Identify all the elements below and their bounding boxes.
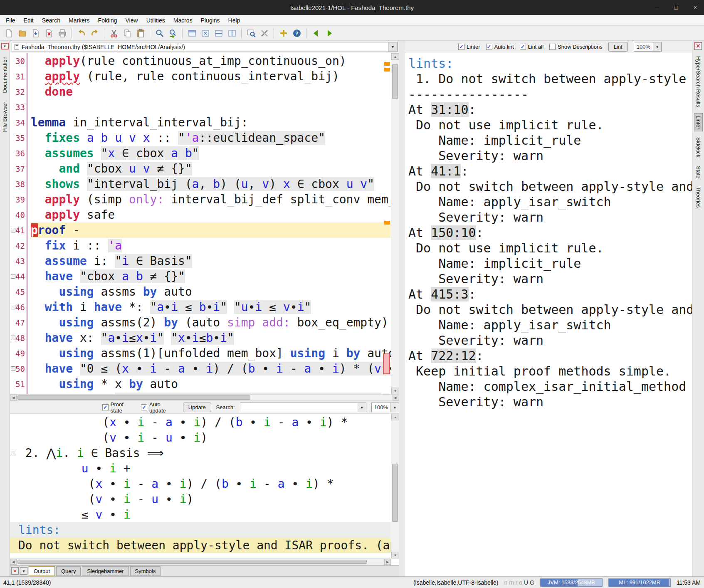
lint-results[interactable]: lints: 1. Do not switch between apply-st… [405, 53, 692, 576]
dockable-close-icon[interactable] [11, 567, 19, 575]
code-line-35[interactable]: fixes a b u v x :: "'a::euclidean_space" [31, 130, 391, 146]
gutter-line-38[interactable]: 38 [10, 176, 27, 192]
output-zoom-combo[interactable]: 100% [371, 403, 399, 412]
tab-query[interactable]: Query [56, 566, 81, 576]
utilities-icon[interactable] [259, 27, 270, 39]
output-hscrollbar[interactable] [10, 558, 391, 565]
unsplit-icon[interactable] [200, 27, 211, 39]
output-search-combo[interactable] [240, 403, 366, 412]
gutter-line-41[interactable]: 41 [10, 222, 27, 238]
new-file-icon[interactable] [3, 27, 15, 39]
split-vertical-icon[interactable] [226, 27, 237, 39]
code-line-36[interactable]: assumes "x ∈ cbox a b" [31, 146, 391, 161]
fold-marker-icon[interactable] [12, 451, 16, 455]
menu-utilities[interactable]: Utilities [142, 16, 169, 25]
buffer-dropdown-icon[interactable] [388, 42, 398, 52]
output-vscroll-thumb[interactable] [392, 464, 398, 522]
auto-lint-checkbox[interactable]: ✓Auto lint [486, 44, 514, 50]
menu-help[interactable]: Help [224, 16, 245, 25]
lint-button[interactable]: Lint [608, 42, 628, 52]
gutter-line-37[interactable]: 37 [10, 161, 27, 176]
menu-folding[interactable]: Folding [94, 16, 121, 25]
editor-code[interactable]: apply(rule continuous_at_imp_continuous_… [27, 53, 391, 394]
dock-tab-theories[interactable]: Theories [694, 185, 702, 210]
nav-back-icon[interactable] [310, 27, 321, 39]
plugin-manager-icon[interactable] [278, 27, 289, 39]
code-line-50[interactable]: have "0 ≤ (x ∙ i - a ∙ i) / (b ∙ i - a ∙… [31, 361, 391, 376]
proof-state-checkbox[interactable]: ✓ Proof state [102, 401, 136, 414]
gutter-line-31[interactable]: 31 [10, 69, 27, 84]
scroll-down-icon[interactable] [391, 388, 399, 394]
menu-file[interactable]: File [2, 16, 20, 25]
code-line-39[interactable]: apply (simp only: interval_bij_def split… [31, 192, 391, 207]
code-line-30[interactable]: apply(rule continuous_at_imp_continuous_… [31, 53, 391, 69]
code-line-48[interactable]: have x: "a∙i≤x∙i" "x∙i≤b∙i" [31, 330, 391, 346]
editor-gutter[interactable]: 3031323334353637383940414243444546474849… [10, 53, 27, 394]
editor-vscroll-thumb[interactable] [392, 64, 398, 99]
jvm-memory-indicator[interactable]: JVM: 1533/2548MB [540, 578, 603, 587]
nav-forward-icon[interactable] [324, 27, 335, 39]
minimize-icon[interactable] [652, 4, 662, 11]
tab-sledgehammer[interactable]: Sledgehammer [82, 566, 128, 576]
split-horizontal-icon[interactable] [213, 27, 224, 39]
code-line-40[interactable]: apply safe [31, 207, 391, 222]
menu-markers[interactable]: Markers [64, 16, 94, 25]
scroll-up-icon[interactable] [391, 53, 399, 60]
gutter-line-48[interactable]: 48 [10, 330, 27, 346]
buffer-selector[interactable]: Fashoda_Theorem.thy ($ISABELLE_HOME/src/… [12, 42, 388, 52]
open-file-icon[interactable] [17, 27, 28, 39]
overview-warning-mark[interactable] [384, 62, 390, 66]
gutter-line-39[interactable]: 39 [10, 192, 27, 207]
gutter-line-35[interactable]: 35 [10, 130, 27, 146]
code-line-45[interactable]: using assms by auto [31, 284, 391, 299]
linter-close-icon[interactable] [694, 42, 702, 50]
menu-plugins[interactable]: Plugins [197, 16, 224, 25]
code-line-44[interactable]: have "cbox a b ≠ {}" [31, 269, 391, 284]
editor[interactable]: 3031323334353637383940414243444546474849… [10, 53, 399, 394]
scroll-left-icon[interactable] [10, 559, 17, 565]
auto-update-checkbox[interactable]: ✓ Auto update [141, 401, 178, 414]
gutter-line-45[interactable]: 45 [10, 284, 27, 299]
fold-marker-icon[interactable] [11, 228, 15, 232]
gutter-line-47[interactable]: 47 [10, 315, 27, 330]
output-panel[interactable]: (x ∙ i - a ∙ i) / (b ∙ i - a ∙ i) * (v ∙… [10, 414, 399, 565]
find-icon[interactable] [154, 27, 165, 39]
linter-checkbox[interactable]: ✓Linter [458, 44, 480, 50]
gutter-line-43[interactable]: 43 [10, 253, 27, 269]
code-line-31[interactable]: apply (rule, rule continuous_interval_bi… [31, 69, 391, 84]
search-dropdown-icon[interactable] [358, 403, 366, 412]
fold-marker-icon[interactable] [11, 305, 15, 309]
fold-marker-icon[interactable] [11, 366, 15, 371]
help-icon[interactable]: ? [291, 27, 302, 39]
zoom-dropdown-icon[interactable] [390, 403, 399, 412]
gutter-line-34[interactable]: 34 [10, 115, 27, 130]
dock-tab-documentation[interactable]: Documentation [1, 54, 9, 95]
menu-search[interactable]: Search [38, 16, 64, 25]
tab-symbols[interactable]: Symbols [130, 566, 161, 576]
undo-icon[interactable] [76, 27, 87, 39]
scroll-up-icon[interactable] [391, 414, 399, 420]
output-vscrollbar[interactable] [391, 414, 399, 558]
code-line-41[interactable]: proof - [31, 222, 391, 238]
code-line-43[interactable]: assume i: "i ∈ Basis" [31, 253, 391, 269]
redo-icon[interactable] [89, 27, 100, 39]
zoom-dropdown-icon[interactable] [653, 42, 661, 51]
show-descriptions-checkbox[interactable]: Show Descriptions [549, 44, 603, 50]
menu-view[interactable]: View [121, 16, 142, 25]
tab-output[interactable]: Output [29, 566, 55, 576]
copy-icon[interactable] [121, 27, 133, 39]
dock-tab-state[interactable]: State [694, 164, 702, 180]
buffer-flags[interactable]: n m r o U G [504, 579, 534, 586]
editor-hscrollbar[interactable] [10, 394, 399, 401]
save-file-icon[interactable] [30, 27, 41, 39]
code-line-38[interactable]: shows "interval_bij (a, b) (u, v) x ∈ cb… [31, 176, 391, 192]
dock-tab-hypersearch-results[interactable]: HyperSearch Results [694, 54, 702, 109]
linter-zoom-combo[interactable]: 100% [634, 42, 662, 52]
editor-vscrollbar[interactable] [391, 53, 399, 394]
code-line-37[interactable]: and "cbox u v ≠ {}" [31, 161, 391, 176]
dock-popup-icon[interactable] [1, 43, 9, 49]
fold-marker-icon[interactable] [11, 274, 15, 279]
print-icon[interactable] [57, 27, 68, 39]
preview-icon[interactable] [245, 27, 257, 39]
dock-tab-linter[interactable]: Linter [694, 114, 702, 131]
